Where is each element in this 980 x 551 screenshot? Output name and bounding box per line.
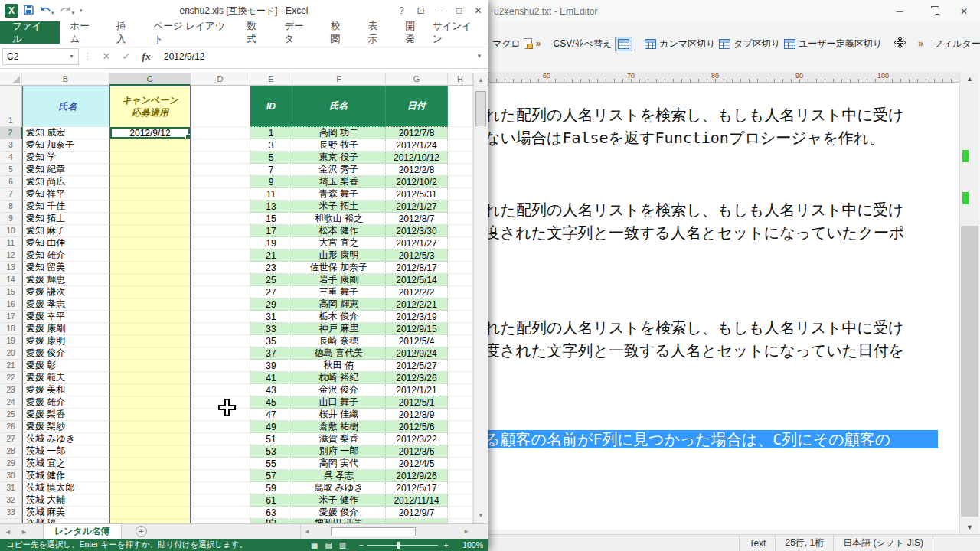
name-cell[interactable]: 愛媛 彰 xyxy=(22,360,109,372)
sheet-tab-rental[interactable]: レンタル名簿 xyxy=(43,524,122,539)
row-number[interactable]: 6 xyxy=(0,176,22,188)
chevron-more-icon[interactable]: » xyxy=(536,38,541,49)
user-defined-separator-button[interactable]: ユーザー定義区切り xyxy=(784,37,882,51)
row-number[interactable]: 31 xyxy=(0,482,22,494)
date-cell[interactable]: 2012/2/21 xyxy=(386,298,448,311)
fname-cell[interactable]: 松本 健作 xyxy=(292,225,386,237)
row-number[interactable]: 4 xyxy=(0,152,22,164)
emeditor-titlebar[interactable]: u2¥enshu2.txt - EmEditor ─ ✕ xyxy=(488,0,980,23)
empty-cell[interactable] xyxy=(191,86,250,127)
normal-view-icon[interactable]: ▦ xyxy=(311,541,318,549)
row-number[interactable]: 28 xyxy=(0,445,22,458)
text-line[interactable]: 度された文字列と一致する人名とセットになっていた日付を xyxy=(488,341,904,360)
redo-button[interactable]: ▾ xyxy=(60,5,75,17)
date-cell[interactable]: 2012/10/2 xyxy=(386,176,448,188)
customize-qat-icon[interactable]: ▾ xyxy=(80,8,83,14)
empty-cell[interactable] xyxy=(448,396,473,409)
row-number[interactable]: 18 xyxy=(0,323,22,335)
column-header-d[interactable]: D xyxy=(191,73,250,86)
empty-cell[interactable] xyxy=(191,458,250,470)
campaign-cell[interactable] xyxy=(109,470,191,482)
id-cell[interactable]: 37 xyxy=(250,347,292,360)
tab-file[interactable]: ファイル xyxy=(0,21,60,44)
id-cell[interactable]: 29 xyxy=(250,298,292,311)
zoom-level[interactable]: 100% xyxy=(462,540,488,549)
campaign-cell[interactable] xyxy=(109,249,191,262)
text-line[interactable]: 度された文字列と一致する人名とセットになっていたクーポ xyxy=(488,223,904,242)
fname-cell[interactable]: 倉敷 祐樹 xyxy=(292,421,386,433)
campaign-cell[interactable] xyxy=(109,188,191,201)
campaign-cell[interactable] xyxy=(109,347,191,360)
date-cell[interactable]: 2012/3/22 xyxy=(386,433,448,445)
campaign-cell[interactable] xyxy=(109,201,191,213)
date-cell[interactable]: 2012/5/4 xyxy=(386,335,448,347)
id-cell[interactable]: 5 xyxy=(250,152,292,164)
page-layout-view-icon[interactable]: ▤ xyxy=(325,541,332,549)
empty-cell[interactable] xyxy=(448,347,473,360)
name-cell[interactable]: 茨城 宜之 xyxy=(22,458,109,470)
fname-cell[interactable]: 山口 舞子 xyxy=(292,396,386,409)
csv-mode-active-button[interactable] xyxy=(615,37,632,51)
id-cell[interactable]: 13 xyxy=(250,201,292,213)
date-cell[interactable]: 2012/3/6 xyxy=(386,445,448,458)
fname-cell[interactable]: 別府 一郎 xyxy=(292,445,386,458)
id-cell[interactable]: 9 xyxy=(250,176,292,188)
row-number[interactable]: 3 xyxy=(0,139,22,152)
id-cell[interactable]: 17 xyxy=(250,225,292,237)
campaign-cell[interactable] xyxy=(109,225,191,237)
fname-cell[interactable]: 徳島 喜代美 xyxy=(292,347,386,360)
sheet-nav-left-icon[interactable]: ◄ xyxy=(0,528,16,536)
scroll-left-icon[interactable]: ◄ xyxy=(301,528,313,535)
name-cell[interactable]: 愛知 留美 xyxy=(22,262,109,274)
empty-cell[interactable] xyxy=(448,262,473,274)
name-cell[interactable]: 愛媛 孝志 xyxy=(22,298,109,311)
fname-cell[interactable]: 鳥取 みゆき xyxy=(292,482,386,494)
campaign-column-header-cell[interactable]: キャンペーン 応募適用 xyxy=(109,86,191,127)
name-cell[interactable]: 愛知 拓土 xyxy=(22,213,109,225)
empty-cell[interactable] xyxy=(448,335,473,347)
date-cell[interactable]: 2012/3/19 xyxy=(386,311,448,323)
id-cell[interactable]: 1 xyxy=(250,127,292,139)
name-cell[interactable]: 愛知 紀章 xyxy=(22,164,109,176)
empty-cell[interactable] xyxy=(448,360,473,372)
id-cell[interactable]: 27 xyxy=(250,286,292,298)
empty-cell[interactable] xyxy=(191,201,250,213)
column-header-c[interactable]: C xyxy=(109,73,191,86)
fname-cell[interactable]: 山形 康明 xyxy=(292,249,386,262)
empty-cell[interactable] xyxy=(448,237,473,249)
row-number[interactable]: 25 xyxy=(0,409,22,421)
scrollbar-track[interactable] xyxy=(313,527,460,536)
fname-cell[interactable]: 米子 拓土 xyxy=(292,201,386,213)
campaign-cell[interactable] xyxy=(109,286,191,298)
fname-cell[interactable]: 秋田 侑 xyxy=(292,360,386,372)
name-column-header-cell[interactable]: 氏名 xyxy=(22,86,109,127)
row-number[interactable]: 23 xyxy=(0,384,22,396)
name-cell[interactable]: 茨城 みゆき xyxy=(22,433,109,445)
row-number[interactable]: 8 xyxy=(0,201,22,213)
zoom-out-button[interactable]: − xyxy=(359,541,364,549)
fname-cell[interactable]: 金沢 秀子 xyxy=(292,164,386,176)
column-header-h[interactable]: H xyxy=(448,73,473,86)
column-header-f[interactable]: F xyxy=(292,73,386,86)
csv-sort-button[interactable]: CSV/並べ替え xyxy=(554,37,633,51)
help-button[interactable]: ? xyxy=(392,5,411,16)
empty-cell[interactable] xyxy=(191,164,250,176)
redo-dropdown-icon[interactable]: ▾ xyxy=(72,10,75,15)
comma-separated-button[interactable]: カンマ区切り xyxy=(645,37,715,51)
row-number[interactable]: 33 xyxy=(0,507,22,519)
empty-cell[interactable] xyxy=(191,262,250,274)
fname-cell[interactable]: 栃木 俊介 xyxy=(292,311,386,323)
fname-cell[interactable]: 東京 役子 xyxy=(292,152,386,164)
fname-cell[interactable]: 岩手 康剛 xyxy=(292,274,386,286)
scrollbar-thumb[interactable] xyxy=(961,226,978,517)
campaign-cell[interactable] xyxy=(109,274,191,286)
date-cell[interactable]: 2012/9/15 xyxy=(386,323,448,335)
column-header-e[interactable]: E xyxy=(250,73,292,86)
formula-input[interactable]: 2012/9/12 xyxy=(156,51,471,62)
minimize-button[interactable]: ─ xyxy=(884,0,916,23)
chevron-more-icon[interactable]: » xyxy=(918,38,923,49)
empty-cell[interactable] xyxy=(448,311,473,323)
name-cell[interactable]: 愛媛 康剛 xyxy=(22,323,109,335)
date-cell[interactable]: 2012/5/31 xyxy=(386,188,448,201)
empty-cell[interactable] xyxy=(191,494,250,507)
